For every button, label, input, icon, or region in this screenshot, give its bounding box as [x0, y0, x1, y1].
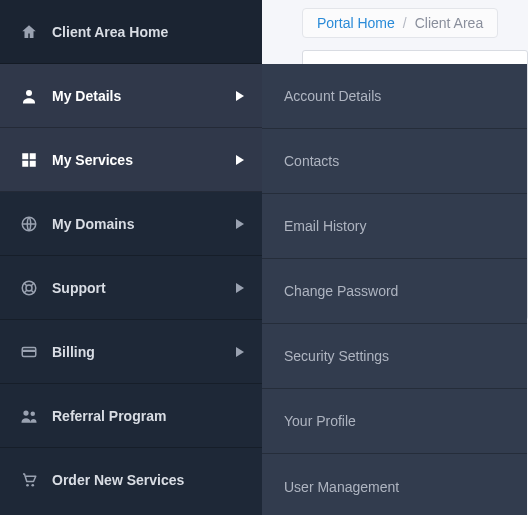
home-icon	[20, 23, 38, 41]
submenu-item-account-details[interactable]: Account Details	[262, 64, 527, 129]
svg-point-0	[26, 90, 32, 96]
submenu-item-your-profile[interactable]: Your Profile	[262, 389, 527, 454]
submenu-item-user-management[interactable]: User Management	[262, 454, 527, 515]
submenu-item-contacts[interactable]: Contacts	[262, 129, 527, 194]
grid-icon	[20, 151, 38, 169]
sidebar-item-billing[interactable]: Billing	[0, 320, 262, 384]
chevron-right-icon	[236, 347, 244, 357]
submenu-item-label: Change Password	[284, 283, 398, 299]
submenu-item-change-password[interactable]: Change Password	[262, 259, 527, 324]
chevron-right-icon	[236, 91, 244, 101]
submenu-item-label: Contacts	[284, 153, 339, 169]
sidebar-item-my-services[interactable]: My Services	[0, 128, 262, 192]
submenu: Account Details Contacts Email History C…	[262, 64, 527, 515]
sidebar-item-label: My Details	[52, 88, 121, 104]
svg-rect-4	[30, 160, 36, 166]
sidebar-item-order-new-services[interactable]: Order New Services	[0, 448, 262, 512]
sidebar-item-label: Order New Services	[52, 472, 184, 488]
submenu-item-label: Security Settings	[284, 348, 389, 364]
svg-point-11	[31, 411, 36, 416]
svg-point-12	[26, 484, 29, 487]
navigation: Client Area Home My Details My Services	[0, 0, 527, 515]
chevron-right-icon	[236, 155, 244, 165]
submenu-item-email-history[interactable]: Email History	[262, 194, 527, 259]
svg-point-13	[31, 484, 34, 487]
svg-rect-1	[22, 153, 28, 159]
sidebar-item-label: Client Area Home	[52, 24, 168, 40]
chevron-right-icon	[236, 283, 244, 293]
sidebar-item-support[interactable]: Support	[0, 256, 262, 320]
chevron-right-icon	[236, 219, 244, 229]
sidebar-item-my-details[interactable]: My Details	[0, 64, 262, 128]
sidebar-item-label: My Domains	[52, 216, 134, 232]
sidebar-item-label: Referral Program	[52, 408, 166, 424]
sidebar-item-my-domains[interactable]: My Domains	[0, 192, 262, 256]
user-icon	[20, 87, 38, 105]
svg-rect-9	[22, 349, 36, 351]
sidebar-item-label: Billing	[52, 344, 95, 360]
svg-point-7	[26, 285, 32, 291]
sidebar-item-label: My Services	[52, 152, 133, 168]
submenu-item-label: Account Details	[284, 88, 381, 104]
users-icon	[20, 407, 38, 425]
sidebar-item-label: Support	[52, 280, 106, 296]
cart-icon	[20, 471, 38, 489]
card-icon	[20, 343, 38, 361]
svg-rect-2	[30, 153, 36, 159]
submenu-item-label: Your Profile	[284, 413, 356, 429]
sidebar: Client Area Home My Details My Services	[0, 0, 262, 515]
svg-rect-3	[22, 160, 28, 166]
lifebuoy-icon	[20, 279, 38, 297]
submenu-item-label: User Management	[284, 479, 399, 495]
sidebar-item-referral-program[interactable]: Referral Program	[0, 384, 262, 448]
submenu-item-label: Email History	[284, 218, 366, 234]
globe-icon	[20, 215, 38, 233]
sidebar-item-client-area-home[interactable]: Client Area Home	[0, 0, 262, 64]
submenu-item-security-settings[interactable]: Security Settings	[262, 324, 527, 389]
svg-point-10	[23, 410, 28, 415]
